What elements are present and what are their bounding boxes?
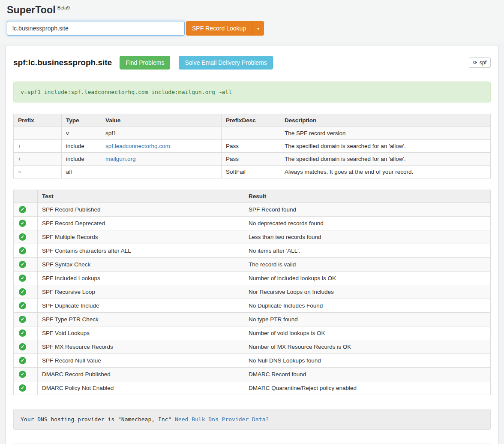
- test-result-cell: Number of void lookups is OK: [244, 326, 491, 340]
- record-value-text[interactable]: mailgun.org: [105, 156, 136, 162]
- check-circle-icon: ✓: [19, 247, 26, 254]
- record-type-cell: all: [62, 166, 101, 178]
- check-circle-icon: ✓: [19, 233, 26, 241]
- test-result-cell: Nor Recursive Loops on Includes: [244, 285, 491, 299]
- record-value-cell: [101, 166, 222, 178]
- record-type-cell: include: [62, 140, 101, 153]
- col-value: Value: [101, 114, 222, 127]
- test-table-row: ✓ SPF Type PTR Check No type PTR found: [14, 313, 491, 326]
- result-card: spf:lc.businessproph.site Find Problems …: [5, 45, 499, 444]
- spf-record-text: v=spf1 include:spf.leadconnectorhq.com i…: [21, 89, 232, 95]
- col-result: Result: [244, 190, 491, 203]
- test-table-row: ✓ SPF Record Deprecated No deprecated re…: [14, 217, 491, 230]
- record-type-cell: v: [62, 127, 101, 140]
- col-prefix: Prefix: [14, 114, 62, 127]
- test-table-row: ✓ SPF Contains characters after ALL No i…: [14, 244, 491, 258]
- refresh-icon: ⟳: [473, 60, 477, 65]
- check-circle-icon: ✓: [19, 220, 26, 227]
- test-name-cell: SPF Record Null Value: [38, 354, 244, 368]
- test-name-cell: SPF Record Published: [38, 203, 244, 217]
- status-cell: ✓: [14, 368, 38, 381]
- col-status: [14, 190, 38, 203]
- record-table-row: ~ all SoftFail Always matches. It goes a…: [14, 166, 491, 178]
- find-problems-button[interactable]: Find Problems: [120, 56, 170, 69]
- record-prefixdesc-cell: Pass: [222, 153, 280, 166]
- domain-input[interactable]: [7, 21, 185, 36]
- test-result-cell: The record is valid: [244, 258, 491, 272]
- record-description-cell: The SPF record version: [280, 127, 491, 140]
- record-prefixdesc-cell: [222, 127, 280, 140]
- test-table-row: ✓ SPF Syntax Check The record is valid: [14, 258, 491, 272]
- status-cell: ✓: [14, 354, 38, 368]
- status-cell: ✓: [14, 313, 38, 326]
- record-value-text[interactable]: spf.leadconnectorhq.com: [105, 143, 170, 149]
- test-table-row: ✓ SPF Record Published SPF Record found: [14, 203, 491, 217]
- bulk-dns-provider-link[interactable]: Need Bulk Dns Provider Data?: [175, 416, 269, 423]
- title-row: spf:lc.businessproph.site Find Problems …: [13, 56, 491, 69]
- record-table-row: + include spf.leadconnectorhq.com Pass T…: [14, 140, 491, 153]
- test-table-row: ✓ SPF Recursive Loop Nor Recursive Loops…: [14, 285, 491, 299]
- test-table-row: ✓ SPF Void Lookups Number of void lookup…: [14, 326, 491, 340]
- record-table-body: v spf1 The SPF record version + include …: [14, 127, 491, 178]
- status-cell: ✓: [14, 272, 38, 285]
- test-result-cell: No deprecated records found: [244, 217, 491, 230]
- app-title: SuperTool: [7, 4, 56, 16]
- status-cell: ✓: [14, 340, 38, 354]
- test-result-cell: No items after 'ALL'.: [244, 244, 491, 258]
- test-table-row: ✓ SPF Multiple Records Less than two rec…: [14, 230, 491, 244]
- solve-email-problems-button[interactable]: Solve Email Delivery Problems: [179, 56, 273, 69]
- record-description-cell: The specified domain is searched for an …: [280, 153, 491, 166]
- status-cell: ✓: [14, 381, 38, 395]
- test-result-cell: No type PTR found: [244, 313, 491, 326]
- col-test: Test: [38, 190, 244, 203]
- check-circle-icon: ✓: [19, 371, 26, 378]
- test-name-cell: SPF Type PTR Check: [38, 313, 244, 326]
- test-name-cell: SPF Included Lookups: [38, 272, 244, 285]
- record-value-text: spf1: [105, 130, 117, 136]
- status-cell: ✓: [14, 258, 38, 272]
- status-cell: ✓: [14, 299, 38, 313]
- test-result-cell: No Duplicate Includes Found: [244, 299, 491, 313]
- test-result-cell: Number of included lookups is OK: [244, 272, 491, 285]
- check-circle-icon: ✓: [19, 357, 26, 364]
- test-name-cell: SPF Multiple Records: [38, 230, 244, 244]
- record-value-cell: mailgun.org: [101, 153, 222, 166]
- check-circle-icon: ✓: [19, 343, 26, 350]
- test-name-cell: SPF Syntax Check: [38, 258, 244, 272]
- spf-record-box: v=spf1 include:spf.leadconnectorhq.com i…: [13, 82, 491, 103]
- check-circle-icon: ✓: [19, 316, 26, 323]
- test-table-header-row: Test Result: [14, 190, 491, 203]
- test-result-cell: DMARC Quarantine/Reject policy enabled: [244, 381, 491, 395]
- check-circle-icon: ✓: [19, 288, 26, 296]
- test-name-cell: SPF Duplicate Include: [38, 299, 244, 313]
- record-value-cell: spf.leadconnectorhq.com: [101, 140, 222, 153]
- record-table-row: + include mailgun.org Pass The specified…: [14, 153, 491, 166]
- test-table-row: ✓ DMARC Policy Not Enabled DMARC Quarant…: [14, 381, 491, 395]
- test-name-cell: SPF MX Resource Records: [38, 340, 244, 354]
- test-table-row: ✓ SPF Duplicate Include No Duplicate Inc…: [14, 299, 491, 313]
- refresh-spf-button[interactable]: ⟳ spf: [469, 57, 491, 68]
- test-table-row: ✓ DMARC Record Published DMARC Record fo…: [14, 368, 491, 381]
- record-prefix-cell: +: [14, 140, 62, 153]
- test-table: Test Result ✓ SPF Record Published SPF R…: [13, 190, 491, 395]
- dns-provider-text: Your DNS hosting provider is "Namecheap,…: [21, 416, 171, 423]
- check-circle-icon: ✓: [19, 275, 26, 282]
- test-table-row: ✓ SPF Record Null Value No Null DNS Look…: [14, 354, 491, 368]
- lookup-dropdown-toggle[interactable]: ▾: [252, 21, 264, 36]
- test-table-row: ✓ SPF Included Lookups Number of include…: [14, 272, 491, 285]
- status-cell: ✓: [14, 217, 38, 230]
- record-prefix-cell: ~: [14, 166, 62, 178]
- test-name-cell: DMARC Policy Not Enabled: [38, 381, 244, 395]
- test-result-cell: Less than two records found: [244, 230, 491, 244]
- test-name-cell: SPF Contains characters after ALL: [38, 244, 244, 258]
- page-title: spf:lc.businessproph.site: [13, 58, 112, 67]
- status-cell: ✓: [14, 203, 38, 217]
- check-circle-icon: ✓: [19, 384, 26, 392]
- record-value-cell: spf1: [101, 127, 222, 140]
- spf-lookup-button[interactable]: SPF Record Lookup: [186, 21, 252, 36]
- record-prefix-cell: [14, 127, 62, 140]
- test-table-body: ✓ SPF Record Published SPF Record found …: [14, 203, 491, 395]
- status-cell: ✓: [14, 230, 38, 244]
- test-name-cell: SPF Record Deprecated: [38, 217, 244, 230]
- status-cell: ✓: [14, 244, 38, 258]
